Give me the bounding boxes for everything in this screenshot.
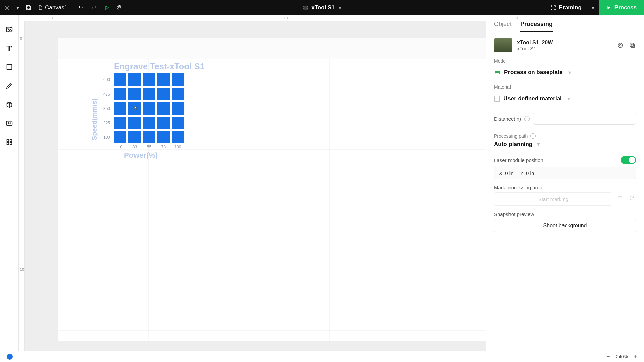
svg-rect-11 — [7, 143, 9, 145]
chevron-down-icon: ▾ — [567, 96, 570, 102]
tab-processing[interactable]: Processing — [520, 21, 553, 32]
grid-cell[interactable] — [143, 102, 155, 115]
y-tick: 225 — [99, 117, 112, 129]
play-icon[interactable] — [102, 3, 112, 13]
hand-pan-icon[interactable] — [114, 3, 124, 13]
grid-cell[interactable] — [172, 117, 184, 129]
redo-icon[interactable] — [89, 3, 99, 13]
shoot-background-button[interactable]: Shoot background — [494, 219, 636, 232]
machine-thumbnail — [494, 38, 512, 52]
grid-cell[interactable] — [143, 117, 155, 129]
baseplate-icon — [494, 69, 501, 76]
mark-processing-area-label: Mark processing area — [494, 185, 636, 190]
color-swatch[interactable] — [7, 354, 13, 360]
svg-point-14 — [620, 45, 621, 46]
grid-cell[interactable] — [114, 73, 126, 86]
topbar-center[interactable]: xTool S1 ▾ — [303, 4, 341, 11]
grid-cell[interactable] — [157, 73, 170, 86]
grid-cell[interactable] — [128, 102, 141, 115]
shape-tool-icon[interactable] — [4, 62, 15, 72]
svg-rect-2 — [304, 6, 308, 7]
machine-info-row: xTool S1_20W xTool S1 — [486, 32, 644, 56]
machine-copy-icon[interactable] — [629, 42, 636, 49]
machine-layers-icon — [303, 5, 309, 11]
grid-cell[interactable] — [172, 102, 184, 115]
grid-cell[interactable] — [114, 88, 126, 100]
info-icon[interactable]: i — [530, 133, 536, 139]
document-icon — [38, 5, 43, 11]
lmp-y: Y: 0 in — [520, 170, 534, 176]
grid-cell[interactable] — [172, 73, 184, 86]
ruler-v-tick: 0 — [20, 36, 22, 40]
grid-cell[interactable] — [114, 117, 126, 129]
ruler-h-tick: 20 — [515, 16, 519, 20]
tab-object[interactable]: Object — [494, 21, 512, 32]
grid-cell[interactable] — [172, 131, 184, 143]
document-name: Canvas1 — [45, 4, 67, 11]
page[interactable]: Engrave Test-xTool S1 Speed(mm/s) 600 47… — [58, 59, 486, 341]
svg-rect-3 — [304, 8, 308, 9]
vector-pen-icon[interactable] — [4, 80, 15, 91]
apps-grid-icon[interactable] — [4, 137, 15, 147]
grid-cell[interactable] — [128, 88, 141, 100]
zoom-in-button[interactable]: + — [632, 353, 639, 360]
svg-rect-9 — [7, 140, 9, 142]
shapes-library-icon[interactable] — [4, 99, 15, 110]
right-panel: Object Processing xTool S1_20W xTool S1 … — [486, 15, 644, 351]
machine-target-icon[interactable] — [616, 42, 624, 49]
zoom-out-button[interactable]: − — [604, 353, 612, 360]
process-label: Process — [614, 4, 637, 11]
laser-module-position-toggle[interactable] — [621, 156, 636, 164]
grid-cell[interactable] — [157, 102, 170, 115]
material-select[interactable]: User-defined material ▾ — [494, 92, 636, 105]
framing-caret-button[interactable]: ▾ — [587, 0, 599, 15]
start-marking-button[interactable]: Start marking — [494, 192, 612, 206]
mark-trash-icon[interactable] — [616, 193, 624, 203]
top-bar: ▾ Canvas1 xTool S1 ▾ — [0, 0, 644, 15]
zoom-controls: − 240% + — [604, 353, 639, 360]
x-tick: 10 — [114, 145, 126, 149]
grid-cell[interactable] — [157, 88, 170, 100]
y-tick: 100 — [99, 131, 112, 143]
grid-cell[interactable] — [157, 117, 170, 129]
insert-image-icon[interactable] — [4, 24, 15, 35]
save-icon[interactable] — [23, 3, 34, 13]
test-grid: 600 475 350 225 100 — [99, 73, 205, 143]
chevron-down-icon: ▾ — [537, 141, 540, 148]
grid-cell[interactable] — [114, 102, 126, 115]
grid-cell[interactable] — [128, 131, 141, 143]
distance-input[interactable] — [533, 113, 636, 125]
y-tick: 475 — [99, 88, 112, 100]
process-button[interactable]: Process — [599, 0, 644, 15]
chevron-down-icon: ▾ — [568, 69, 571, 76]
process-play-icon — [606, 5, 611, 10]
mode-select[interactable]: Process on baseplate ▾ — [494, 66, 636, 79]
laser-module-position-values: X: 0 in Y: 0 in — [494, 167, 636, 179]
ai-tool-icon[interactable] — [4, 118, 15, 129]
canvas-area[interactable]: Engrave Test-xTool S1 Speed(mm/s) 600 47… — [25, 21, 486, 351]
document-tab[interactable]: Canvas1 — [38, 4, 67, 11]
grid-cell[interactable] — [114, 131, 126, 143]
undo-icon[interactable] — [76, 3, 86, 13]
app-menu-caret-icon[interactable]: ▾ — [15, 5, 21, 11]
grid-cell[interactable] — [128, 117, 141, 129]
text-tool-icon[interactable]: T — [4, 43, 15, 54]
grid-cell[interactable] — [143, 88, 155, 100]
grid-cell[interactable] — [143, 73, 155, 86]
panel-tabs: Object Processing — [486, 15, 644, 32]
info-icon[interactable]: i — [524, 116, 530, 121]
engrave-test-artwork[interactable]: Engrave Test-xTool S1 Speed(mm/s) 600 47… — [95, 62, 205, 160]
processing-path-select[interactable]: Auto planning ▾ — [494, 141, 636, 148]
framing-button[interactable]: Framing — [545, 0, 587, 15]
grid-cell[interactable] — [143, 131, 155, 143]
app-menu-icon[interactable] — [2, 3, 12, 13]
svg-rect-0 — [28, 8, 30, 10]
x-tick: 100 — [172, 145, 184, 149]
distance-label: Distance(in) — [494, 116, 521, 122]
grid-cell[interactable] — [172, 88, 184, 100]
svg-rect-7 — [7, 65, 12, 70]
mark-refresh-icon[interactable] — [628, 193, 636, 203]
grid-cell[interactable] — [128, 73, 141, 86]
mode-label: Mode — [494, 58, 636, 64]
grid-cell[interactable] — [157, 131, 170, 143]
